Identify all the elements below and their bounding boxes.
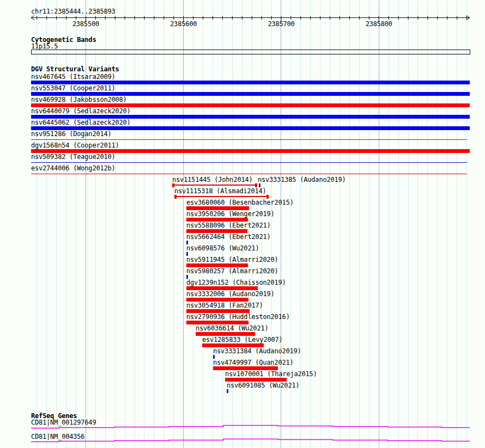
genome-browser-panel: chr11:2385444..2385893 Cytogenetic Bands… <box>0 0 485 448</box>
feature-nsv6036614[interactable] <box>196 332 255 336</box>
variant-label: esv2744006 (Wong2012b) <box>31 165 116 172</box>
range-connector <box>177 196 266 197</box>
feature-nsv1115318[interactable] <box>174 195 269 199</box>
feature-nsv3054918[interactable] <box>186 309 250 313</box>
variant-label: nsv3331384 (Audano2019) <box>213 348 301 355</box>
feature-nsv1151445[interactable] <box>172 183 257 187</box>
variant-label: nsv5911945 (Almarri2020) <box>186 256 278 263</box>
variant-label: esv3680060 (Besenbacher2015) <box>186 199 294 206</box>
range-end-cap <box>255 183 257 187</box>
feature-nsv553047[interactable] <box>31 92 470 96</box>
feature-nsv6091085[interactable] <box>227 389 228 393</box>
feature-nsv509382[interactable] <box>31 162 467 163</box>
feature-dgv1239n152[interactable] <box>186 286 258 290</box>
variant-label: nsv3054918 (Fan2017) <box>186 302 263 309</box>
feature-nsv5980257[interactable] <box>186 275 188 279</box>
variant-label: nsv2790936 (Huddleston2016) <box>186 314 290 321</box>
feature-esv2744006[interactable] <box>31 174 467 174</box>
region-label: chr11:2385444..2385893 <box>31 8 116 15</box>
variant-label: esv1285833 (Levy2007) <box>202 336 283 343</box>
variant-label: nsv3332006 (Audano2019) <box>186 291 275 298</box>
feature-nsv2790936[interactable] <box>186 321 248 324</box>
feature-dgv1568n54[interactable] <box>31 149 470 153</box>
ruler-coordinate-label: 2385700 <box>267 21 295 28</box>
ruler-coordinate-label: 2385800 <box>365 21 393 28</box>
feature-nsv5911945[interactable] <box>186 263 248 267</box>
feature-esv3680060[interactable] <box>186 206 249 210</box>
dgv-structural-variants-title: DGV Structural Variants <box>31 66 119 73</box>
range-end-cap <box>266 195 269 199</box>
feature-nsv3332006[interactable] <box>186 298 248 302</box>
variant-label: nsv469928 (Jakobsson2008) <box>31 96 127 103</box>
variant-label: dgv1568n54 (Cooper2011) <box>31 142 119 149</box>
ruler-coordinate-label: 2385600 <box>169 21 198 28</box>
variant-label: nsv5980257 (Almarri2020) <box>186 268 278 275</box>
variant-label: nsv1115318 (Alsmadi2014) <box>174 188 266 195</box>
range-connector <box>174 185 255 186</box>
feature-nsv3331384[interactable] <box>213 355 215 359</box>
variant-label: nsv6036614 (Wu2021) <box>196 325 268 332</box>
variant-label: nsv509382 (Teague2010) <box>31 154 116 161</box>
variant-label: nsv6445062 (Sedlazeck2020) <box>31 119 131 126</box>
gene-feature-CD81-NM-001297649[interactable] <box>31 426 470 428</box>
gene-label: CD81|NM_004356 <box>31 433 84 440</box>
feature-nsv3331385[interactable] <box>259 183 260 187</box>
variant-label: nsv6440079 (Sedlazeck2020) <box>31 108 131 115</box>
feature-nsv5588096[interactable] <box>186 229 247 233</box>
variant-label: nsv5662464 (Ebert2021) <box>186 234 271 241</box>
feature-nsv6445062[interactable] <box>31 126 470 130</box>
variant-label: nsv6098576 (Wu2021) <box>186 245 259 252</box>
variant-label: nsv5588096 (Ebert2021) <box>186 222 271 229</box>
variant-label: nsv3950206 (Wenger2019) <box>186 211 275 218</box>
feature-nsv6440079[interactable] <box>31 115 470 119</box>
cytoband-label: 11p15.5 <box>31 43 58 50</box>
feature-nsv5662464[interactable] <box>186 241 188 244</box>
feature-nsv1070001[interactable] <box>225 378 287 382</box>
variant-label: nsv3331385 (Audano2019) <box>258 176 346 183</box>
feature-nsv3950206[interactable] <box>186 218 248 222</box>
variant-label: nsv951286 (Dogan2014) <box>31 131 112 138</box>
feature-nsv4749997[interactable] <box>213 366 278 370</box>
feature-nsv6098576[interactable] <box>186 252 188 256</box>
gene-label: CD81|NM_001297649 <box>31 419 96 426</box>
ruler-axis-line <box>31 16 470 20</box>
variant-label: nsv4749997 (Quan2021) <box>213 359 294 366</box>
variant-label: dgv1239n152 (Chaisson2019) <box>186 279 286 286</box>
cytoband-box <box>32 50 470 54</box>
ruler-coordinate-label: 2385500 <box>71 21 100 28</box>
variant-label: nsv553047 (Cooper2011) <box>31 85 116 92</box>
feature-nsv467645[interactable] <box>31 81 470 84</box>
variant-label: nsv467645 (Itsara2009) <box>31 73 116 81</box>
feature-nsv469928[interactable] <box>31 103 470 107</box>
feature-esv1285833[interactable] <box>202 343 264 347</box>
variant-label: nsv1151445 (John2014) <box>172 176 253 183</box>
variant-label: nsv1070001 (Thareja2015) <box>225 371 317 378</box>
variant-label: nsv6091085 (Wu2021) <box>227 382 299 389</box>
gene-feature-CD81-NM-004356[interactable] <box>31 439 470 442</box>
feature-nsv951286[interactable] <box>31 139 467 140</box>
